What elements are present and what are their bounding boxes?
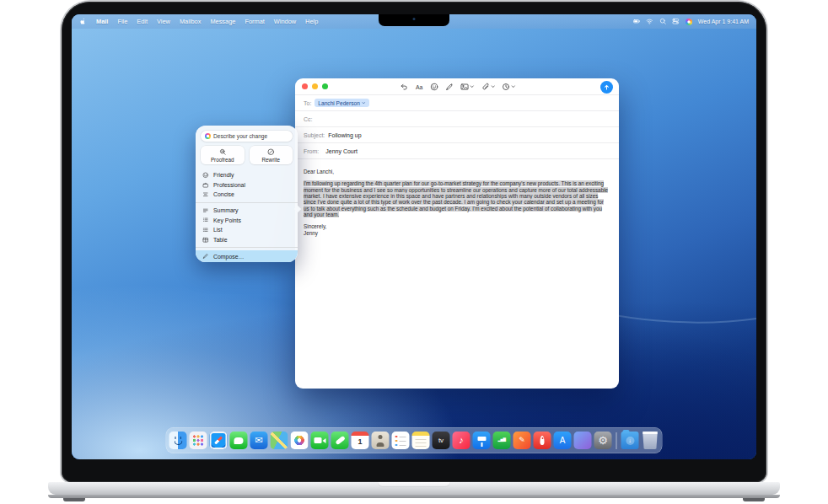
menu-edit[interactable]: Edit xyxy=(137,18,148,25)
zoom-window-button[interactable] xyxy=(322,83,328,89)
mail-glyph: ✉ xyxy=(255,436,262,445)
from-field-row[interactable]: From: Jenny Court xyxy=(295,142,619,158)
writing-tools-item-professional[interactable]: Professional xyxy=(196,180,298,190)
writing-tools-item-friendly[interactable]: Friendly xyxy=(196,170,298,180)
dock-icon-contacts[interactable] xyxy=(372,432,390,449)
dock: ✉1tv♪▂▅▇✎A⚙ xyxy=(166,427,663,453)
dock-icon-calendar[interactable]: 1 xyxy=(352,432,369,449)
recipient-token[interactable]: Lanchi Pederson xyxy=(315,99,369,107)
apple-icon[interactable] xyxy=(79,18,87,25)
menu-file[interactable]: File xyxy=(117,18,127,25)
compose-toolbar: Aa xyxy=(295,78,619,94)
dock-icon-photos[interactable] xyxy=(291,432,309,449)
dock-icon-reminders[interactable] xyxy=(392,432,410,449)
writing-tools-popup: Describe your change ProofreadRewrite Fr… xyxy=(196,126,298,262)
chevron-down-icon xyxy=(491,84,496,89)
dock-icon-music[interactable]: ♪ xyxy=(453,432,470,449)
signature-line: Jenny xyxy=(304,230,610,236)
send-button[interactable] xyxy=(600,81,613,94)
display-notch xyxy=(379,14,449,26)
menu-mail[interactable]: Mail xyxy=(96,18,108,25)
siri-icon[interactable] xyxy=(686,19,692,25)
cc-label: Cc: xyxy=(304,116,313,122)
dock-icon-tv[interactable]: tv xyxy=(433,432,450,449)
writing-tools-item-summary[interactable]: Summary xyxy=(196,206,298,216)
menu-message[interactable]: Message xyxy=(210,18,235,25)
key-points-icon xyxy=(202,217,209,223)
menu-mailbox[interactable]: Mailbox xyxy=(180,18,201,25)
calendar-glyph: 1 xyxy=(358,435,362,446)
mail-compose-window: Aa To: Lanchi Pederson Cc: Subject: Foll… xyxy=(295,78,619,389)
menu-bar-clock[interactable]: Wed Apr 1 9:41 AM xyxy=(698,19,749,24)
undo-button[interactable] xyxy=(400,83,408,91)
dock-icon-phone[interactable] xyxy=(331,432,349,449)
smiley-icon xyxy=(202,172,209,179)
subject-field-row[interactable]: Subject: Following up xyxy=(295,126,619,142)
compose-icon xyxy=(202,253,209,260)
dock-icon-app-store[interactable]: A xyxy=(554,432,572,449)
dock-icon-downloads[interactable] xyxy=(621,432,639,449)
proofread-button[interactable]: Proofread xyxy=(201,146,245,164)
dock-icon-notes[interactable] xyxy=(412,432,430,449)
dock-icon-keynote[interactable] xyxy=(473,432,491,449)
from-value: Jenny Court xyxy=(325,148,358,154)
dock-icon-mail[interactable]: ✉ xyxy=(250,432,268,449)
message-body[interactable]: Dear Lanchi, I'm following up regarding … xyxy=(295,158,619,374)
item-label: Summary xyxy=(213,207,238,213)
camera-dot xyxy=(413,18,416,20)
format-button[interactable]: Aa xyxy=(415,83,423,91)
pages-glyph: ✎ xyxy=(519,437,525,444)
menu-view[interactable]: View xyxy=(157,18,170,25)
writing-tools-item-compose[interactable]: Compose… xyxy=(196,250,298,262)
photo-browser-icon xyxy=(460,83,469,91)
subject-label: Subject: xyxy=(304,132,325,138)
writing-tools-item-concise[interactable]: Concise xyxy=(196,190,298,200)
writing-tools-button[interactable] xyxy=(445,83,454,91)
apple-intelligence-icon xyxy=(205,133,211,139)
writing-tools-item-table[interactable]: Table xyxy=(196,235,298,245)
dock-icon-maps[interactable] xyxy=(271,432,288,449)
menu-window[interactable]: Window xyxy=(274,18,296,25)
selected-text[interactable]: I'm following up regarding the 4th quart… xyxy=(304,180,608,217)
chevron-down-icon xyxy=(511,84,516,89)
settings-glyph: ⚙ xyxy=(598,435,608,446)
emoji-button[interactable] xyxy=(430,83,438,91)
menu-divider xyxy=(196,247,298,248)
writing-tools-item-list[interactable]: List xyxy=(196,225,298,235)
control-center-icon[interactable] xyxy=(672,18,680,25)
dock-icon-facetime[interactable] xyxy=(311,432,329,449)
dock-icon-settings[interactable]: ⚙ xyxy=(594,432,612,449)
dock-icon-trash[interactable] xyxy=(642,432,659,449)
describe-change-input[interactable]: Describe your change xyxy=(201,131,293,142)
dock-icon-launchpad[interactable] xyxy=(190,432,207,449)
dock-icon-rocket[interactable] xyxy=(534,432,551,449)
to-field-row[interactable]: To: Lanchi Pederson xyxy=(295,94,619,110)
send-later-button[interactable] xyxy=(502,83,516,91)
menu-help[interactable]: Help xyxy=(305,18,318,25)
minimize-window-button[interactable] xyxy=(312,83,318,89)
dock-icon-numbers[interactable]: ▂▅▇ xyxy=(493,432,511,449)
apple-menu[interactable] xyxy=(79,18,87,25)
writing-tools-item-key-points[interactable]: Key Points xyxy=(196,215,298,225)
dock-icon-finder[interactable] xyxy=(169,432,187,449)
cc-field-row[interactable]: Cc: xyxy=(295,110,619,126)
table-icon xyxy=(202,237,209,244)
rewrite-button[interactable]: Rewrite xyxy=(250,146,293,164)
dock-icon-messages[interactable] xyxy=(230,432,248,449)
battery-icon[interactable] xyxy=(633,18,641,25)
item-label: Professional xyxy=(213,182,245,188)
dock-icon-iphone-mirroring[interactable] xyxy=(574,432,592,449)
dock-icon-pages[interactable]: ✎ xyxy=(513,432,531,449)
menu-format[interactable]: Format xyxy=(245,18,264,25)
wifi-icon[interactable] xyxy=(646,18,653,25)
attachment-button[interactable] xyxy=(481,83,496,91)
undo-icon xyxy=(400,83,408,91)
item-label: Key Points xyxy=(213,217,241,223)
numbers-glyph: ▂▅▇ xyxy=(498,438,506,442)
search-icon[interactable] xyxy=(659,18,667,25)
close-window-button[interactable] xyxy=(302,83,308,89)
dock-icon-safari[interactable] xyxy=(210,432,228,449)
macbook-base xyxy=(48,482,780,495)
greeting-line: Dear Lanchi, xyxy=(304,169,610,174)
photo-browser-button[interactable] xyxy=(460,83,475,91)
